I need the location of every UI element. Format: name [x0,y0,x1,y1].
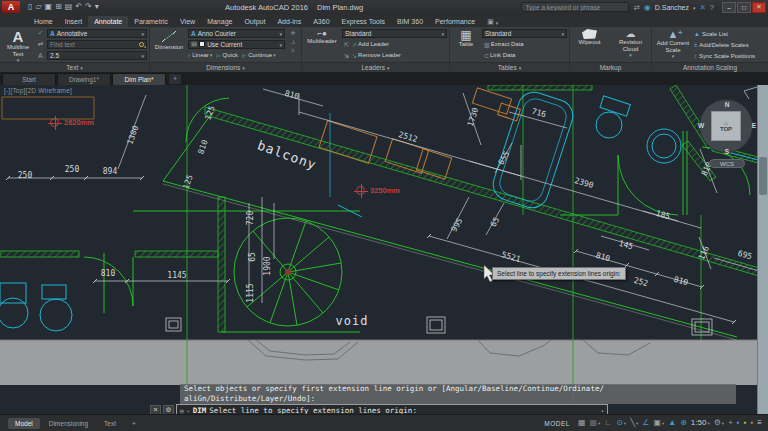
isolate-objects-icon[interactable]: ▪ [737,418,740,428]
leader-align-icon[interactable]: ⇲ [344,52,349,59]
maximize-button[interactable]: □ [737,2,751,13]
viewcube-east[interactable]: E [752,122,756,129]
autocad-logo-icon[interactable]: A [2,1,20,13]
osnap-icon[interactable]: ▣ [653,418,664,429]
ribbon-tab-insert[interactable]: Insert [59,16,89,27]
help-icon[interactable]: ? [710,3,714,12]
add-leader-button[interactable]: ↗Add Leader [352,41,389,48]
layout-tab-model[interactable]: Model [8,418,40,429]
user-menu-caret-icon[interactable] [693,3,696,12]
viewcube-north[interactable]: N [697,101,757,108]
ribbon-tab-home[interactable]: Home [28,16,59,27]
multiline-text-button[interactable]: A Multiline Text [2,28,34,62]
scrollbar-thumb[interactable] [759,157,767,195]
file-tab-dim-plan[interactable]: Dim Plan* [112,73,166,85]
table-style-dropdown[interactable]: Standard [482,29,567,38]
recent-commands-caret-icon[interactable] [187,407,190,414]
dim-style-dropdown[interactable]: A Anno Courier [188,29,285,38]
find-text-icon[interactable]: ⇄ [36,40,45,48]
layout-tab-text[interactable]: Text [97,418,123,429]
find-text-input[interactable]: Find text [47,40,147,49]
add-delete-scales-button[interactable]: ±Add/Delete Scales [694,40,766,50]
file-tab-drawing1[interactable]: Drawing1* [57,73,111,85]
qat-dropdown-ic[interactable]: ▾ [95,2,99,12]
dim-layer-dropdown[interactable]: ▤ Use Current [188,40,285,49]
ribbon-tab-parametric[interactable]: Parametric [128,16,174,27]
ribbon-tab-bim360[interactable]: BIM 360 [391,16,429,27]
link-data-button[interactable]: ⊂Link Data [484,52,515,59]
continue-dimension-button[interactable]: ⊩Continue [242,52,276,59]
text-style-dropdown[interactable]: A Annotative [47,29,147,38]
new-file-ic[interactable]: ▯ [28,2,32,12]
ortho-icon[interactable]: ∟ [604,418,612,428]
save-as-ic[interactable]: ⊞ [55,2,62,12]
viewcube-west[interactable]: W [698,122,704,129]
exchange-apps-icon[interactable]: ⇄ [633,3,639,12]
ribbon-tab-view[interactable]: View [174,16,201,27]
clean-screen-icon[interactable]: ▪ [750,418,753,428]
multileader-button[interactable]: ⌐● Multileader [304,28,340,62]
sync-scale-positions-button[interactable]: ↕Sync Scale Positions [694,51,766,61]
annotation-monitor-icon[interactable]: + [728,418,733,428]
dim-jog-icon[interactable]: ⌗ [291,47,294,54]
file-tab-start[interactable]: Start [2,73,56,85]
annotation-autoscale-icon[interactable]: ⊕ [680,418,687,428]
leaders-panel-label[interactable]: Leaders [302,62,449,72]
new-drawing-tab-button[interactable]: + [169,74,181,84]
drawing-canvas[interactable]: [-][Top][2D Wireframe] 2620mm 3250mm 250… [0,85,768,414]
text-height-dropdown[interactable]: 2.5 [47,51,147,60]
osnap-tracking-icon[interactable]: ∠ [642,418,649,428]
snap-icon[interactable]: ▦ [589,418,600,429]
open-file-ic[interactable]: ▱ [35,2,41,12]
revision-cloud-button[interactable]: ☁ Revision Cloud [614,28,648,62]
remove-leader-button[interactable]: ↘Remove Leader [352,52,401,59]
close-button[interactable]: ✕ [752,2,766,13]
vertical-scrollbar[interactable] [757,85,768,414]
workspace-icon[interactable]: ⚙ [714,418,724,429]
ribbon-tab-express-tools[interactable]: Express Tools [336,16,391,27]
polar-tracking-icon[interactable]: ⊙ [616,418,626,429]
viewcube-south[interactable]: S [697,148,757,155]
annotation-scale[interactable]: 1:50 [691,418,710,429]
wcs-dropdown[interactable]: WCS [709,159,745,168]
linear-dimension-button[interactable]: ⊦Linear [188,52,212,59]
viewcube-top-face[interactable]: ⌂ TOP [711,111,741,141]
redo-ic[interactable]: ↷ [85,2,92,12]
wipeout-button[interactable]: Wipeout [574,28,606,62]
dimensions-panel-label[interactable]: Dimensions [150,62,301,72]
adjust-space-icon[interactable]: ⊥ [290,38,295,45]
leader-collect-icon[interactable]: ⇱ [344,41,349,48]
extract-data-button[interactable]: ▥Extract Data [484,41,524,48]
plot-ic[interactable]: ▤ [65,2,73,12]
customize-icon[interactable]: ≡ [757,418,762,428]
signed-in-user[interactable]: D.Sanchez [655,4,689,11]
ribbon-tab-a360[interactable]: A360 [307,16,335,27]
check-spelling-icon[interactable]: ✓ [36,29,45,37]
save-ic[interactable]: ▣ [45,2,53,12]
ribbon-tab-output[interactable]: Output [238,16,271,27]
quick-dimension-button[interactable]: ⊨Quick [216,52,238,59]
annotation-visibility-icon[interactable]: ▲ [668,418,676,428]
new-layout-button[interactable]: + [125,418,143,429]
minimize-button[interactable]: – [722,2,736,13]
multileader-style-dropdown[interactable]: Standard [342,29,447,38]
graphics-performance-icon[interactable]: ▪ [744,418,747,428]
add-current-scale-button[interactable]: ▲+ Add Current Scale [654,28,692,62]
scale-list-button[interactable]: ▲Scale List [694,29,766,39]
grid-icon[interactable]: ▦ [578,418,586,428]
ribbon-tab-manage[interactable]: Manage [201,16,238,27]
ribbon-tab-performance[interactable]: Performance [429,16,481,27]
model-space-label[interactable]: MODEL [544,420,570,427]
ribbon-tab-annotate[interactable]: Annotate [88,16,128,27]
tables-panel-label[interactable]: Tables [450,62,569,72]
dim-break-icon[interactable]: ✛ [290,29,295,36]
ribbon-display-toggle-icon[interactable]: ▣ [487,18,498,27]
undo-ic[interactable]: ↶ [75,2,82,12]
text-panel-label[interactable]: Text [0,62,149,72]
a360-sync-icon[interactable]: ✕ [700,3,706,12]
isometric-drafting-icon[interactable]: ╲ [630,418,638,429]
command-expand-icon[interactable]: ▴ [601,407,604,413]
ribbon-tab-add-ins[interactable]: Add-ins [271,16,307,27]
recent-commands-icon[interactable]: ▤ [180,407,184,414]
search-input[interactable] [521,2,629,12]
